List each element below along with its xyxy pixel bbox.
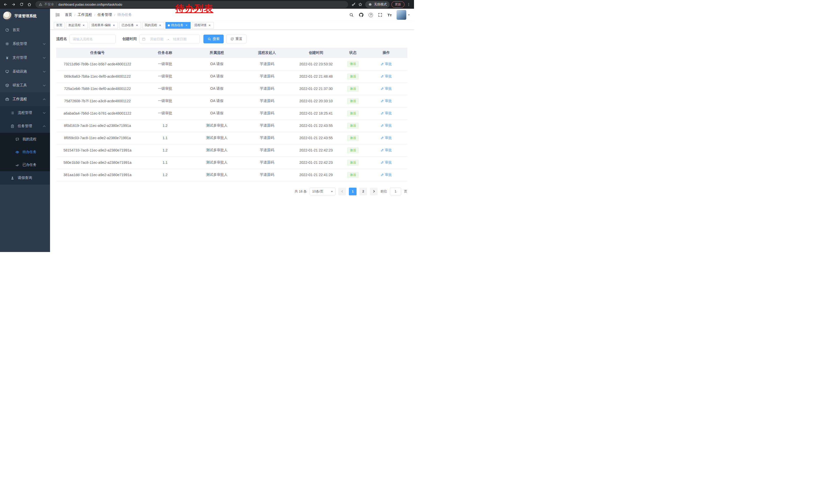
- browser-menu-icon[interactable]: [405, 1, 412, 8]
- sidebar-item-home[interactable]: 首页: [0, 23, 50, 37]
- close-icon[interactable]: ×: [185, 24, 188, 27]
- approve-link[interactable]: 审批: [381, 111, 392, 116]
- chevron-left-icon: [341, 190, 344, 193]
- tab-done-tasks[interactable]: 已办任务 ×: [119, 22, 141, 29]
- reset-button[interactable]: 重置: [226, 35, 247, 43]
- cell-action: 审批: [365, 132, 407, 144]
- approve-link[interactable]: 审批: [381, 136, 392, 140]
- cell-created: 2022-01-21 22:42:23: [291, 156, 341, 169]
- approve-link[interactable]: 审批: [381, 160, 392, 165]
- prev-page-button[interactable]: [338, 188, 346, 195]
- password-key-icon[interactable]: [350, 1, 357, 8]
- goto-unit: 页: [404, 189, 407, 194]
- sidebar-item-leave-query[interactable]: 请假查询: [0, 171, 50, 185]
- close-icon[interactable]: ×: [208, 24, 211, 27]
- sidebar-item-done-tasks[interactable]: 已办任务: [0, 158, 50, 171]
- breadcrumb-task-management[interactable]: 任务管理: [97, 12, 112, 17]
- close-icon[interactable]: ×: [135, 24, 139, 27]
- workflow-icon: [5, 97, 9, 101]
- process-name-label: 流程名: [56, 37, 67, 41]
- chevron-up-icon: [43, 98, 46, 101]
- fullscreen-icon[interactable]: [378, 12, 382, 17]
- page-size-select[interactable]: 10条/页: [309, 188, 335, 195]
- back-icon[interactable]: [2, 1, 9, 8]
- update-button[interactable]: 更新: [391, 1, 405, 8]
- close-icon[interactable]: ×: [82, 24, 85, 27]
- sidebar-item-system-management[interactable]: 系统管理: [0, 37, 50, 51]
- home-icon[interactable]: [26, 1, 33, 8]
- cell-process: 测试多审批人: [191, 144, 242, 156]
- approve-link[interactable]: 审批: [381, 86, 392, 91]
- sidebar-item-todo-tasks[interactable]: 待办任务: [0, 146, 50, 158]
- font-size-icon[interactable]: Tт: [387, 13, 392, 17]
- breadcrumb-home[interactable]: 首页: [65, 12, 72, 17]
- edit-icon: [381, 99, 384, 102]
- sidebar-item-task-management[interactable]: 任务管理: [0, 120, 50, 133]
- user-avatar[interactable]: [397, 10, 410, 20]
- cell-created: 2022-01-22 21:48:48: [291, 70, 341, 83]
- logo-avatar: [3, 11, 12, 20]
- approve-link[interactable]: 审批: [381, 123, 392, 128]
- search-button[interactable]: 搜索: [203, 35, 224, 43]
- edit-icon: [381, 148, 384, 152]
- approve-link[interactable]: 审批: [381, 74, 392, 79]
- search-icon[interactable]: [349, 12, 354, 17]
- chevron-down-icon: [331, 191, 333, 193]
- sidebar-toggle-icon[interactable]: [54, 12, 61, 17]
- chevron-down-icon: [408, 14, 410, 17]
- chevron-down-icon: [43, 84, 46, 86]
- goto-page-input[interactable]: [390, 188, 401, 195]
- status-badge: 激活: [347, 172, 359, 178]
- chevron-down-icon: [43, 70, 46, 73]
- tab-process-form-edit[interactable]: 流程表单-编辑 ×: [89, 22, 118, 29]
- forward-icon[interactable]: [10, 1, 17, 8]
- sidebar-item-infrastructure[interactable]: 基础设施: [0, 64, 50, 79]
- cell-status: 激活: [341, 107, 365, 120]
- approve-link[interactable]: 审批: [381, 62, 392, 66]
- tab-process-detail[interactable]: 流程详情 ×: [192, 22, 214, 29]
- approve-link[interactable]: 审批: [381, 99, 392, 103]
- approve-link[interactable]: 审批: [381, 148, 392, 152]
- cell-task-id: 8f0d1619-7ac8-11ec-a9e2-a2380e71991a: [56, 120, 139, 132]
- page-content: 流程名 创建时间 - 搜索 重置: [50, 30, 414, 252]
- cell-task-id: 580e1b3d-7ac8-11ec-a9e2-a2380e71991a: [56, 156, 139, 169]
- github-icon[interactable]: [359, 12, 364, 17]
- tab-home[interactable]: 首页: [54, 22, 65, 29]
- bookmark-star-icon[interactable]: [357, 1, 364, 8]
- cell-task-name: 一级审批: [139, 70, 191, 83]
- date-range-picker[interactable]: -: [139, 35, 200, 43]
- tab-my-process[interactable]: 我的流程 ×: [142, 22, 164, 29]
- sidebar-item-workflow[interactable]: 工作流程: [0, 92, 50, 106]
- start-date-input[interactable]: [146, 37, 167, 41]
- logo[interactable]: 芋道管理系统: [0, 9, 50, 23]
- approve-link[interactable]: 审批: [381, 173, 392, 177]
- tab-initiate-process[interactable]: 发起流程 ×: [66, 22, 88, 29]
- end-date-input[interactable]: [169, 37, 190, 41]
- approve-label: 审批: [385, 111, 392, 116]
- reload-icon[interactable]: [18, 1, 25, 8]
- process-name-input[interactable]: [70, 35, 116, 43]
- breadcrumb-workflow[interactable]: 工作流程: [78, 12, 92, 17]
- sidebar-item-my-process[interactable]: 我的流程: [0, 133, 50, 146]
- search-icon: [208, 37, 211, 41]
- sidebar-item-process-management[interactable]: 流程管理: [0, 106, 50, 120]
- dashboard-icon: [5, 28, 9, 32]
- browser-nav-buttons: [2, 1, 33, 8]
- close-icon[interactable]: ×: [158, 24, 162, 27]
- next-page-button[interactable]: [370, 188, 378, 195]
- edit-icon: [381, 62, 384, 65]
- close-icon[interactable]: ×: [112, 24, 116, 27]
- sidebar-item-payment-management[interactable]: ¥ 支付管理: [0, 51, 50, 64]
- page-button-2[interactable]: 2: [359, 188, 367, 195]
- tab-todo-tasks[interactable]: 待办任务 ×: [165, 22, 191, 29]
- table-row: a6aba0a4-7b6d-11ec-b781-acde48001122 一级审…: [56, 107, 407, 120]
- chevron-up-icon: [43, 125, 46, 128]
- gear-icon: [5, 42, 9, 46]
- cell-status: 激活: [341, 156, 365, 169]
- page-button-1[interactable]: 1: [349, 188, 357, 195]
- cell-initiator: 芋道源码: [242, 95, 292, 107]
- sidebar-item-dev-tools[interactable]: 研发工具: [0, 79, 50, 92]
- help-icon[interactable]: ?: [369, 13, 373, 17]
- status-badge: 激活: [347, 110, 359, 117]
- cell-task-id: 381aa1dd-7ac8-11ec-a9e2-a2380e71991a: [56, 169, 139, 181]
